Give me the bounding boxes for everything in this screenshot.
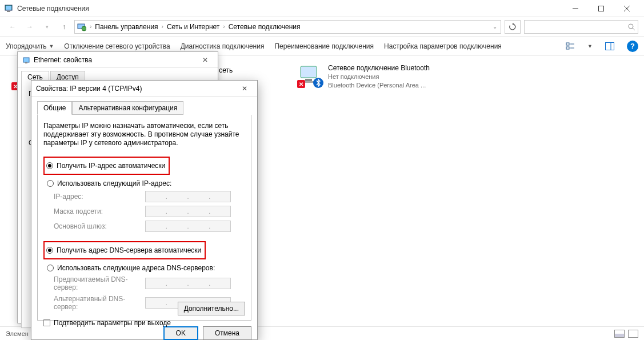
gateway-input: ... <box>145 221 231 232</box>
details-view-button[interactable] <box>614 330 625 338</box>
dlg2-title: Свойства: IP версии 4 (TCP/IPv4) <box>36 85 237 93</box>
app-icon <box>5 4 14 13</box>
diagnose-connection-button[interactable]: Диагностика подключения <box>181 42 265 50</box>
view-options-button[interactable] <box>563 39 577 53</box>
address-dropdown-icon[interactable]: ⌄ <box>491 23 498 30</box>
connection-settings-button[interactable]: Настройка параметров подключения <box>384 42 502 50</box>
radio-icon <box>46 162 53 169</box>
bt-status: Нет подключения <box>328 73 430 81</box>
refresh-button[interactable] <box>505 20 521 34</box>
dlg1-title: Ethernet: свойства <box>34 56 197 64</box>
dns1-input: ... <box>145 278 231 289</box>
up-button[interactable]: ↑ <box>57 20 71 34</box>
help-button[interactable]: ? <box>627 41 638 52</box>
dlg2-body: Параметры IP можно назначать автоматичес… <box>37 115 251 321</box>
radio-icon <box>46 247 53 254</box>
maximize-button[interactable] <box>588 0 614 17</box>
dlg1-titlebar[interactable]: Ethernet: свойства ✕ <box>18 52 218 68</box>
dlg2-close-button[interactable]: ✕ <box>237 81 253 96</box>
svg-rect-4 <box>598 6 603 11</box>
field-gateway: Основной шлюз: ... <box>54 221 245 232</box>
bt-name: Сетевое подключение Bluetooth <box>328 64 430 73</box>
disable-device-button[interactable]: Отключение сетевого устройства <box>64 42 170 50</box>
preview-pane-button[interactable] <box>603 39 617 53</box>
svg-rect-11 <box>566 43 569 45</box>
ip-input: ... <box>145 191 231 202</box>
svg-point-8 <box>82 26 86 31</box>
rename-connection-button[interactable]: Переименование подключения <box>274 42 374 50</box>
field-ip-address: IP-адрес: ... <box>54 191 245 202</box>
recent-locations-button[interactable]: ▾ <box>40 20 54 34</box>
advanced-button[interactable]: Дополнительно... <box>178 302 245 315</box>
search-icon <box>627 23 635 31</box>
svg-rect-21 <box>23 58 29 62</box>
tab-alt-config[interactable]: Альтернативная конфигурация <box>72 101 183 115</box>
breadcrumb-bar[interactable]: › Панель управления › Сеть и Интернет › … <box>74 20 501 34</box>
organize-menu[interactable]: Упорядочить▼ <box>6 42 54 50</box>
svg-rect-12 <box>566 47 569 49</box>
highlight-auto-dns: Получить адрес DNS-сервера автоматически <box>43 241 206 259</box>
field-subnet-mask: Маска подсети: ... <box>54 206 245 217</box>
svg-rect-15 <box>606 42 614 50</box>
checkbox-icon <box>43 319 50 326</box>
close-button[interactable] <box>614 0 639 17</box>
svg-rect-18 <box>305 79 312 81</box>
checkbox-validate-on-exit[interactable]: Подтвердить параметры при выходе <box>43 319 245 327</box>
svg-rect-1 <box>6 6 11 10</box>
radio-auto-dns[interactable]: Получить адрес DNS-сервера автоматически <box>46 246 201 254</box>
ok-button[interactable]: OK <box>163 326 198 340</box>
svg-rect-2 <box>7 11 10 12</box>
ethernet-icon <box>22 56 30 64</box>
window-titlebar: Сетевые подключения <box>0 0 644 17</box>
field-dns1: Предпочитаемый DNS-сервер: ... <box>54 275 245 291</box>
search-input[interactable] <box>524 20 638 34</box>
radio-auto-ip[interactable]: Получить IP-адрес автоматически <box>46 162 165 170</box>
minimize-button[interactable] <box>562 0 588 17</box>
cancel-button[interactable]: Отмена <box>203 326 251 340</box>
svg-point-9 <box>629 24 633 29</box>
address-bar: ← → ▾ ↑ › Панель управления › Сеть и Инт… <box>0 17 644 37</box>
forward-button[interactable]: → <box>23 20 37 34</box>
chevron-right-icon[interactable]: › <box>222 23 226 30</box>
radio-icon <box>47 180 54 187</box>
view-dropdown-icon[interactable]: ▼ <box>587 43 593 49</box>
svg-rect-22 <box>25 62 27 63</box>
dlg2-description: Параметры IP можно назначать автоматичес… <box>43 122 245 147</box>
crumb-control-panel[interactable]: Панель управления <box>95 23 158 31</box>
radio-static-ip[interactable]: Использовать следующий IP-адрес: <box>47 179 245 187</box>
crumb-network-connections[interactable]: Сетевые подключения <box>229 23 301 31</box>
radio-icon <box>47 265 54 271</box>
bluetooth-icon <box>313 78 323 88</box>
window-title: Сетевые подключения <box>17 5 562 13</box>
svg-rect-17 <box>301 66 317 78</box>
location-icon <box>77 22 86 31</box>
chevron-right-icon[interactable]: › <box>161 23 165 30</box>
tiles-view-button[interactable] <box>628 330 638 338</box>
dlg1-close-button[interactable]: ✕ <box>197 53 213 67</box>
mask-input: ... <box>145 206 231 217</box>
highlight-auto-ip: Получить IP-адрес автоматически <box>43 157 170 175</box>
ipv4-properties-dialog: Свойства: IP версии 4 (TCP/IPv4) ✕ Общие… <box>31 80 258 340</box>
back-button[interactable]: ← <box>6 20 19 34</box>
radio-static-dns[interactable]: Использовать следующие адреса DNS-сервер… <box>47 264 245 272</box>
status-elements-count: Элемен <box>6 330 29 337</box>
chevron-right-icon[interactable]: › <box>89 23 93 30</box>
tab-general[interactable]: Общие <box>37 101 72 115</box>
bluetooth-connection-icon: ✕ <box>299 64 322 87</box>
connection-item-bluetooth[interactable]: ✕ Сетевое подключение Bluetooth Нет подк… <box>299 64 430 90</box>
svg-line-10 <box>633 28 635 30</box>
crumb-network-internet[interactable]: Сеть и Интернет <box>167 23 219 31</box>
dlg2-titlebar[interactable]: Свойства: IP версии 4 (TCP/IPv4) ✕ <box>31 81 257 97</box>
bt-device: Bluetooth Device (Personal Area ... <box>328 81 430 90</box>
